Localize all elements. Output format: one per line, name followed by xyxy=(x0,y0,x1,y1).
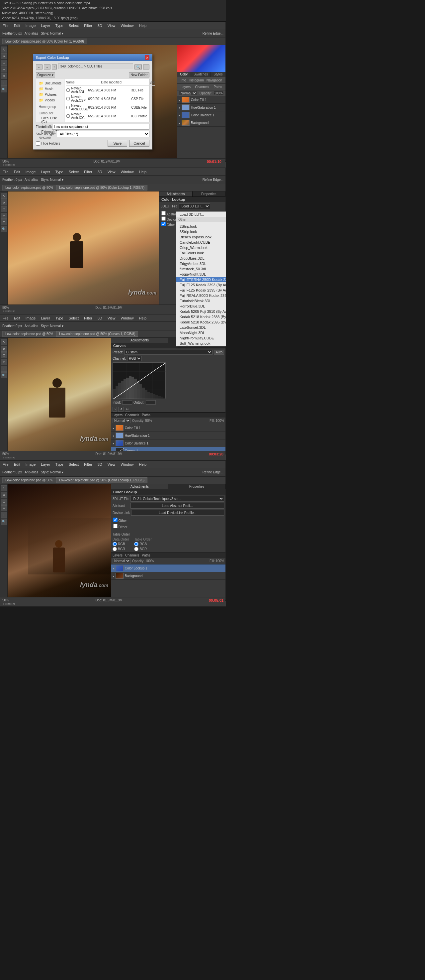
curves-output[interactable] xyxy=(146,400,156,404)
eye-curves-3[interactable] xyxy=(113,449,114,451)
paths-tab-3[interactable]: Paths xyxy=(142,413,151,417)
tool-zoom-4[interactable]: 🔍 xyxy=(1,519,7,525)
tool-lasso-4[interactable]: ⌀ xyxy=(1,492,7,498)
curves-reset-btn[interactable]: ↺ xyxy=(118,407,124,412)
opacity-input[interactable] xyxy=(214,91,224,95)
tab-color[interactable]: Color xyxy=(177,72,191,77)
file-check-2[interactable] xyxy=(67,97,70,100)
search-button[interactable]: 🔍 xyxy=(135,65,142,70)
channel-select[interactable]: RGB xyxy=(127,356,142,361)
paths-tab-4[interactable]: Paths xyxy=(142,554,151,557)
layers-tab-4[interactable]: Layers xyxy=(113,554,122,557)
channels-tab[interactable]: Channels xyxy=(195,85,209,89)
tab-styles[interactable]: Styles xyxy=(211,72,225,77)
layer-eye-bg[interactable] xyxy=(179,121,180,125)
dd-candle[interactable]: CandleLight.CUBE xyxy=(176,240,226,245)
tool-lasso[interactable]: ⌀ xyxy=(1,53,7,59)
new-folder-button[interactable]: New Folder xyxy=(129,72,149,78)
tree-pictures[interactable]: Pictures xyxy=(38,92,63,97)
curves-input[interactable] xyxy=(122,400,132,404)
table-bgr[interactable] xyxy=(134,547,138,551)
data-order-bgr[interactable] xyxy=(113,547,117,551)
menu-filter-3[interactable]: Filter xyxy=(83,316,93,320)
tool-crop[interactable]: ⊡ xyxy=(1,60,7,66)
menu-view-2[interactable]: View xyxy=(106,170,117,174)
props-tab-4[interactable]: Properties xyxy=(168,484,225,489)
dd-fuji-eterna[interactable]: Fuji ETERNA 250D Kodak 2395 (By Adobe).c… xyxy=(176,277,226,282)
menu-select-4[interactable]: Select xyxy=(68,462,80,467)
doc-tab-sep-4[interactable]: Low-color sepiatone.psd @ 50% xyxy=(2,477,56,483)
dd-filmstock[interactable]: filmstock_50.3dl xyxy=(176,266,226,272)
menu-3d-2[interactable]: 3D xyxy=(97,170,103,174)
tool-select[interactable]: ↖ xyxy=(1,46,7,52)
layer-huesat-1[interactable]: Hue/Saturation 1 xyxy=(177,104,225,111)
col-name[interactable]: Name xyxy=(66,80,75,84)
menu-view-3[interactable]: View xyxy=(106,316,117,320)
lut-file-select-4[interactable]: Di 21: Gelato Techniques/2 ser... xyxy=(130,496,224,502)
menu-edit-1[interactable]: Edit xyxy=(13,23,21,28)
doc-tab-sep-3[interactable]: Low-color sepiatone.psd @ 50% xyxy=(2,331,56,337)
menu-help-3[interactable]: Help xyxy=(138,316,148,320)
menu-file-4[interactable]: File xyxy=(2,462,10,467)
curves-smooth-btn[interactable]: ⌂ xyxy=(113,407,117,412)
layers-tab-3[interactable]: Layers xyxy=(113,413,122,417)
other-checkbox-4[interactable] xyxy=(113,518,117,522)
dd-latesunset[interactable]: LateSunset.3DL xyxy=(176,325,226,330)
col-date[interactable]: Date modified xyxy=(101,80,122,84)
channels-tab-3[interactable]: Channels xyxy=(125,413,139,417)
menu-file-1[interactable]: File xyxy=(2,23,10,28)
savetype-select[interactable]: All Files (*.*) xyxy=(57,131,149,137)
tool-crop-4[interactable]: ⊡ xyxy=(1,499,7,504)
dd-edgy[interactable]: EdgyAmber.3DL xyxy=(176,261,226,266)
menu-edit-2[interactable]: Edit xyxy=(13,170,21,174)
blend-mode-select[interactable]: Normal xyxy=(179,91,197,96)
tool-clone[interactable]: ⊕ xyxy=(1,73,7,79)
menu-select-3[interactable]: Select xyxy=(68,316,80,320)
doc-tab-3[interactable]: Low-color sepiatone.psd @ 50% (Curves 1,… xyxy=(56,331,138,337)
tool-brush-3[interactable]: ✏ xyxy=(1,359,7,365)
menu-layer-2[interactable]: Layer xyxy=(40,170,51,174)
menu-filter-2[interactable]: Filter xyxy=(83,170,93,174)
dd-nightfromday[interactable]: NightFromDay.CUBE xyxy=(176,336,226,341)
save-button[interactable]: Save xyxy=(108,140,127,146)
dd-kodak-5205[interactable]: Kodak 5205 Fuji 3510 (By Adobe).cube xyxy=(176,309,226,314)
navigation-tab[interactable]: Navigation xyxy=(206,78,222,82)
adj-tab-adjustments-2[interactable]: Adjustments xyxy=(159,191,193,196)
menu-3d-1[interactable]: 3D xyxy=(97,23,103,28)
adj-tab-properties-2[interactable]: Properties xyxy=(193,191,226,196)
dd-futuristic[interactable]: FuturisticBleak.3DL xyxy=(176,298,226,304)
dd-load-3dlut[interactable]: Load 3D LUT... xyxy=(176,212,226,217)
menu-3d-3[interactable]: 3D xyxy=(97,316,103,320)
dd-fuji-reala[interactable]: Fuji REALA 500D Kodak 2393 (By Adobe).cu… xyxy=(176,293,226,298)
menu-edit-3[interactable]: Edit xyxy=(13,316,21,320)
other-checkbox[interactable] xyxy=(161,222,166,226)
tool-text-4[interactable]: T xyxy=(1,512,7,518)
tool-brush-4[interactable]: ✏ xyxy=(1,505,7,511)
tool-crop-3[interactable]: ⊡ xyxy=(1,352,7,358)
dd-dropblues[interactable]: DropBlues.3DL xyxy=(176,256,226,261)
col-type[interactable]: Type xyxy=(148,80,155,84)
menu-select-2[interactable]: Select xyxy=(68,170,80,174)
organize-button[interactable]: Organize ▾ xyxy=(36,72,55,78)
data-order-rgb[interactable] xyxy=(113,542,117,546)
tool-text[interactable]: T xyxy=(1,80,7,86)
load-device-btn[interactable]: Load DeviceLink Profile... xyxy=(131,510,224,515)
tool-select-2[interactable]: ↖ xyxy=(1,193,7,199)
menu-window-2[interactable]: Window xyxy=(119,170,135,174)
menu-view-4[interactable]: View xyxy=(106,462,117,467)
layer-colorbal-1[interactable]: Color Balance 1 xyxy=(177,111,225,119)
table-bgr-label[interactable]: BGR xyxy=(134,547,151,551)
file-entry-3[interactable]: Navajo Arch.CUBE 6/29/2014 8:08 PM CUBE … xyxy=(66,103,155,112)
dd-kodak-5218-2383[interactable]: Kodak 5218 Kodak 2383 (By Adobe).cube xyxy=(176,314,226,320)
dither-checkbox-4[interactable] xyxy=(113,524,117,528)
menu-type-1[interactable]: Type xyxy=(54,23,64,28)
dd-crisp[interactable]: Crisp_Warm.look xyxy=(176,245,226,250)
menu-edit-4[interactable]: Edit xyxy=(13,462,21,467)
device-link-checkbox[interactable] xyxy=(161,216,166,221)
blend-select-4[interactable]: Normal xyxy=(113,558,131,563)
dialog-close-button[interactable]: ✕ xyxy=(145,55,149,60)
dd-kodak-5218-2395[interactable]: Kodak 5218 Kodak 2395 (By Adobe).cube xyxy=(176,320,226,325)
file-check-4[interactable] xyxy=(67,115,70,118)
load-abstract-btn[interactable]: Load Abstract Profi... xyxy=(130,503,224,509)
menu-view-1[interactable]: View xyxy=(106,23,117,28)
